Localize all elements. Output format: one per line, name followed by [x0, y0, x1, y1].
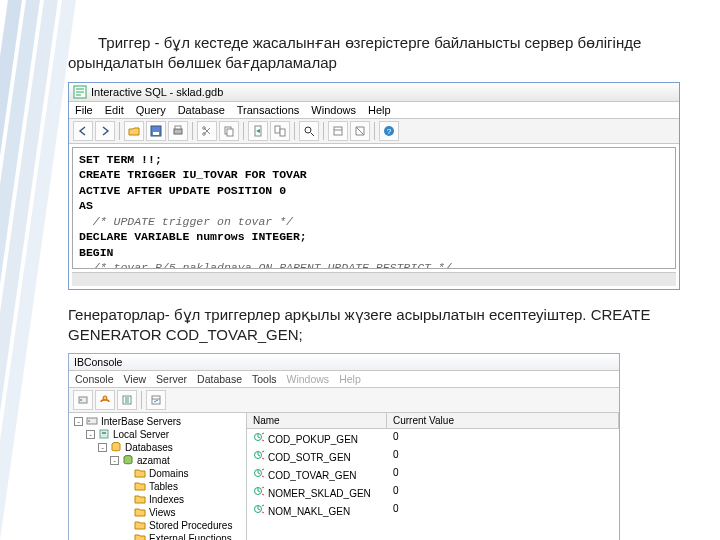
tree-indexes[interactable]: Indexes: [71, 493, 244, 506]
tree-interbase-servers[interactable]: -InterBase Servers: [71, 415, 244, 428]
tree-domains[interactable]: Domains: [71, 467, 244, 480]
list-item[interactable]: NOM_NAKL_GEN0: [247, 501, 619, 519]
ibconsole-menubar: ConsoleViewServerDatabaseToolsWindowsHel…: [69, 371, 619, 388]
execute-commit-button[interactable]: [270, 121, 290, 141]
col-header-name[interactable]: Name: [247, 413, 387, 428]
tree-stored-procedures[interactable]: Stored Procedures: [71, 519, 244, 532]
generator-value: 0: [387, 448, 619, 464]
generator-icon: [253, 449, 265, 461]
col-header-value[interactable]: Current Value: [387, 413, 619, 428]
tree-databases[interactable]: -Databases: [71, 441, 244, 454]
horizontal-scrollbar[interactable]: [72, 272, 676, 286]
folder-icon: [134, 480, 146, 492]
folder-icon: [134, 532, 146, 540]
generator-name: COD_POKUP_GEN: [247, 430, 387, 446]
print-button[interactable]: [168, 121, 188, 141]
generator-icon: [253, 467, 265, 479]
menu-database[interactable]: Database: [178, 104, 225, 116]
app-icon: [73, 85, 87, 99]
commit-button[interactable]: [328, 121, 348, 141]
tree-azamat[interactable]: -azamat: [71, 454, 244, 467]
open-button[interactable]: [124, 121, 144, 141]
tree-label: InterBase Servers: [101, 416, 181, 427]
tree-label: External Functions: [149, 533, 232, 541]
tree-label: azamat: [137, 455, 170, 466]
tree-label: Local Server: [113, 429, 169, 440]
ib-menu-database[interactable]: Database: [197, 373, 242, 385]
tree-label: Tables: [149, 481, 178, 492]
ib-menu-help[interactable]: Help: [339, 373, 361, 385]
ib-menu-view[interactable]: View: [124, 373, 147, 385]
list-item[interactable]: COD_POKUP_GEN0: [247, 429, 619, 447]
next-button[interactable]: [95, 121, 115, 141]
svg-point-22: [88, 420, 90, 422]
ib-menu-console[interactable]: Console: [75, 373, 114, 385]
isql-button[interactable]: [146, 390, 166, 410]
svg-rect-4: [175, 126, 181, 129]
svg-rect-2: [153, 132, 159, 135]
sql-titlebar: Interactive SQL - sklad.gdb: [69, 83, 679, 102]
help-button[interactable]: ?: [379, 121, 399, 141]
tree-views[interactable]: Views: [71, 506, 244, 519]
menu-transactions[interactable]: Transactions: [237, 104, 300, 116]
svg-rect-10: [275, 126, 280, 133]
folder-icon: [134, 493, 146, 505]
menu-file[interactable]: File: [75, 104, 93, 116]
svg-rect-13: [334, 127, 342, 135]
tree-toggle-icon[interactable]: -: [74, 417, 83, 426]
find-button[interactable]: [299, 121, 319, 141]
cut-button[interactable]: [197, 121, 217, 141]
tree-external-functions[interactable]: External Functions: [71, 532, 244, 540]
register-server-button[interactable]: [73, 390, 93, 410]
menu-help[interactable]: Help: [368, 104, 391, 116]
trigger-text: Триггер - бұл кестеде жасалынған өзгеріс…: [68, 34, 641, 71]
svg-rect-3: [174, 129, 182, 134]
generator-icon: [253, 485, 265, 497]
menu-edit[interactable]: Edit: [105, 104, 124, 116]
svg-rect-11: [280, 129, 285, 136]
tree-toggle-icon[interactable]: -: [110, 456, 119, 465]
execute-button[interactable]: [248, 121, 268, 141]
save-button[interactable]: [146, 121, 166, 141]
tree-tables[interactable]: Tables: [71, 480, 244, 493]
list-header: Name Current Value: [247, 413, 619, 429]
tree-toggle-icon[interactable]: -: [98, 443, 107, 452]
generator-paragraph: Генераторлар- бұл триггерлер арқылы жүзе…: [68, 305, 680, 346]
generator-icon: [253, 503, 265, 515]
sql-toolbar: ?: [69, 119, 679, 144]
sql-title: Interactive SQL - sklad.gdb: [91, 86, 223, 98]
copy-button[interactable]: [219, 121, 239, 141]
menu-query[interactable]: Query: [136, 104, 166, 116]
menu-windows[interactable]: Windows: [311, 104, 356, 116]
generator-name: COD_SOTR_GEN: [247, 448, 387, 464]
ibconsole-tree[interactable]: -InterBase Servers-Local Server-Database…: [69, 413, 247, 540]
list-item[interactable]: NOMER_SKLAD_GEN0: [247, 483, 619, 501]
tree-local-server[interactable]: -Local Server: [71, 428, 244, 441]
tree-label: Databases: [125, 442, 173, 453]
svg-rect-8: [227, 129, 233, 136]
tree-toggle-icon[interactable]: -: [86, 430, 95, 439]
sql-code-pane[interactable]: SET TERM !!; CREATE TRIGGER IU_TOVAR FOR…: [72, 147, 676, 269]
folder-icon: [134, 506, 146, 518]
svg-point-17: [80, 399, 82, 401]
rollback-button[interactable]: [350, 121, 370, 141]
generator-text: Генераторлар- бұл триггерлер арқылы жүзе…: [68, 306, 650, 343]
generator-value: 0: [387, 430, 619, 446]
prev-button[interactable]: [73, 121, 93, 141]
ibconsole-title: IBConsole: [74, 356, 122, 368]
connect-button[interactable]: [95, 390, 115, 410]
ib-menu-tools[interactable]: Tools: [252, 373, 277, 385]
svg-point-12: [305, 127, 311, 133]
ib-menu-server[interactable]: Server: [156, 373, 187, 385]
ib-menu-windows[interactable]: Windows: [287, 373, 330, 385]
ibconsole-list: Name Current Value COD_POKUP_GEN0COD_SOT…: [247, 413, 619, 540]
svg-text:?: ?: [387, 127, 392, 136]
generator-value: 0: [387, 466, 619, 482]
list-item[interactable]: COD_SOTR_GEN0: [247, 447, 619, 465]
refresh-button[interactable]: [117, 390, 137, 410]
trigger-paragraph: Триггер - бұл кестеде жасалынған өзгеріс…: [68, 33, 680, 74]
list-item[interactable]: COD_TOVAR_GEN0: [247, 465, 619, 483]
server-root-icon: [86, 415, 98, 427]
list-body: COD_POKUP_GEN0COD_SOTR_GEN0COD_TOVAR_GEN…: [247, 429, 619, 519]
ibconsole-window: IBConsole ConsoleViewServerDatabaseTools…: [68, 353, 620, 540]
